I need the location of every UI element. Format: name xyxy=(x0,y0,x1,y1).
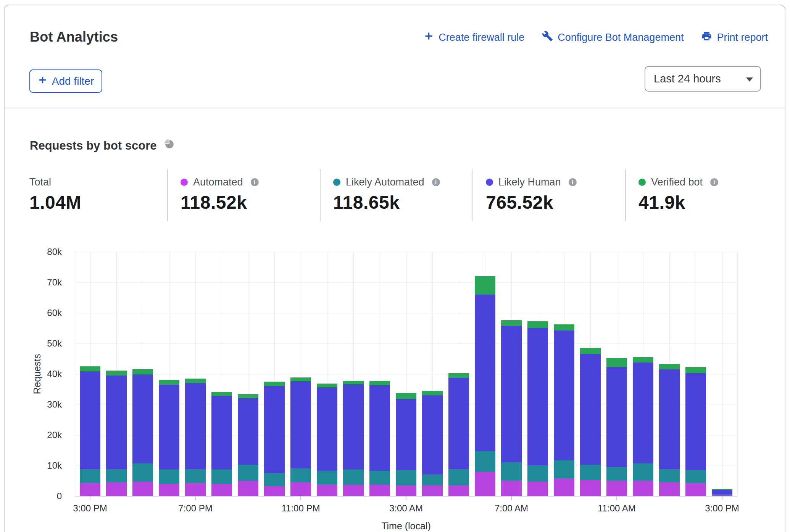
bar-segment-likely-human[interactable] xyxy=(685,373,706,470)
bar-segment-likely-human[interactable] xyxy=(422,395,443,474)
bar-segment-likely-automated[interactable] xyxy=(185,469,206,483)
bar-segment-verified-bot[interactable] xyxy=(475,276,495,295)
bar-segment-automated[interactable] xyxy=(290,482,311,496)
bar-segment-verified-bot[interactable] xyxy=(712,489,732,490)
time-range-select[interactable]: Last 24 hours xyxy=(645,66,761,92)
bar-segment-automated[interactable] xyxy=(211,484,232,496)
info-icon[interactable]: i xyxy=(432,178,440,186)
bar-segment-likely-automated[interactable] xyxy=(580,465,601,480)
bar-segment-likely-human[interactable] xyxy=(159,385,179,469)
bar-segment-likely-human[interactable] xyxy=(712,490,732,494)
bar-segment-likely-automated[interactable] xyxy=(501,462,522,480)
bar-segment-verified-bot[interactable] xyxy=(343,381,364,384)
bar-segment-verified-bot[interactable] xyxy=(132,369,153,374)
bar-segment-automated[interactable] xyxy=(633,480,653,496)
bar-segment-verified-bot[interactable] xyxy=(80,366,100,371)
bar-segment-likely-automated[interactable] xyxy=(211,469,232,484)
info-icon[interactable]: i xyxy=(569,178,577,186)
bar-segment-verified-bot[interactable] xyxy=(580,348,601,354)
add-filter-button[interactable]: Add filter xyxy=(29,69,102,93)
bar-segment-likely-automated[interactable] xyxy=(685,470,706,483)
bar-segment-likely-automated[interactable] xyxy=(80,469,100,483)
bar-segment-likely-human[interactable] xyxy=(501,326,522,462)
bar-segment-verified-bot[interactable] xyxy=(159,380,179,385)
bar-segment-automated[interactable] xyxy=(238,481,258,496)
bar-segment-likely-automated[interactable] xyxy=(290,468,311,482)
bar-segment-automated[interactable] xyxy=(369,485,390,496)
create-firewall-rule-link[interactable]: Create firewall rule xyxy=(424,31,524,44)
bar-segment-likely-human[interactable] xyxy=(606,367,627,467)
bar-segment-automated[interactable] xyxy=(501,480,522,496)
bar-segment-automated[interactable] xyxy=(343,485,364,496)
bar-segment-automated[interactable] xyxy=(685,483,706,496)
bar-segment-likely-automated[interactable] xyxy=(132,463,153,482)
bar-segment-automated[interactable] xyxy=(159,484,179,496)
bar-segment-verified-bot[interactable] xyxy=(264,382,285,386)
bar-segment-likely-human[interactable] xyxy=(106,376,127,469)
bar-segment-verified-bot[interactable] xyxy=(685,367,706,373)
bar-segment-likely-automated[interactable] xyxy=(712,494,732,495)
bar-segment-automated[interactable] xyxy=(580,480,601,496)
bar-segment-automated[interactable] xyxy=(659,482,680,496)
bar-segment-automated[interactable] xyxy=(527,482,548,496)
bar-segment-likely-human[interactable] xyxy=(633,363,653,463)
bar-segment-likely-human[interactable] xyxy=(659,369,680,469)
bar-segment-verified-bot[interactable] xyxy=(527,321,548,328)
bar-segment-automated[interactable] xyxy=(554,478,574,496)
bar-segment-automated[interactable] xyxy=(396,485,416,496)
bar-segment-likely-automated[interactable] xyxy=(317,471,337,484)
bar-segment-likely-human[interactable] xyxy=(317,387,337,471)
bar-segment-verified-bot[interactable] xyxy=(106,371,127,376)
bar-segment-verified-bot[interactable] xyxy=(369,381,390,385)
bar-segment-likely-human[interactable] xyxy=(211,396,232,469)
bar-segment-verified-bot[interactable] xyxy=(422,391,443,395)
bar-segment-likely-automated[interactable] xyxy=(606,467,627,480)
bar-segment-automated[interactable] xyxy=(106,482,127,496)
bar-segment-likely-human[interactable] xyxy=(238,398,258,465)
bar-segment-likely-automated[interactable] xyxy=(659,469,680,482)
bar-segment-likely-automated[interactable] xyxy=(554,460,574,478)
bar-segment-likely-automated[interactable] xyxy=(106,469,127,482)
bar-segment-likely-automated[interactable] xyxy=(159,469,179,484)
bar-segment-automated[interactable] xyxy=(606,480,627,496)
bar-segment-verified-bot[interactable] xyxy=(606,358,627,367)
bar-segment-automated[interactable] xyxy=(317,484,337,496)
bar-segment-likely-automated[interactable] xyxy=(633,463,653,480)
bar-segment-verified-bot[interactable] xyxy=(633,357,653,363)
bar-segment-likely-automated[interactable] xyxy=(475,451,495,472)
bar-segment-likely-human[interactable] xyxy=(132,374,153,463)
bar-segment-verified-bot[interactable] xyxy=(317,384,337,387)
bar-segment-verified-bot[interactable] xyxy=(211,392,232,396)
bar-segment-likely-human[interactable] xyxy=(527,328,548,465)
bar-segment-likely-automated[interactable] xyxy=(264,473,285,486)
bar-segment-verified-bot[interactable] xyxy=(396,393,416,399)
bar-segment-likely-automated[interactable] xyxy=(238,465,258,481)
bar-segment-verified-bot[interactable] xyxy=(554,324,574,330)
bar-segment-automated[interactable] xyxy=(475,472,495,496)
bar-segment-likely-automated[interactable] xyxy=(343,469,364,485)
bar-segment-likely-automated[interactable] xyxy=(369,471,390,485)
bar-segment-likely-human[interactable] xyxy=(369,385,390,471)
bar-segment-likely-human[interactable] xyxy=(343,384,364,469)
bar-segment-likely-human[interactable] xyxy=(475,295,495,451)
bar-segment-verified-bot[interactable] xyxy=(185,379,206,383)
bar-segment-automated[interactable] xyxy=(422,485,443,496)
bar-segment-automated[interactable] xyxy=(185,483,206,496)
bar-segment-automated[interactable] xyxy=(448,485,469,496)
bar-segment-likely-automated[interactable] xyxy=(527,465,548,481)
bar-segment-likely-human[interactable] xyxy=(396,399,416,470)
bar-segment-likely-automated[interactable] xyxy=(422,474,443,485)
bar-segment-likely-human[interactable] xyxy=(448,378,469,469)
bar-segment-likely-human[interactable] xyxy=(185,383,206,469)
print-report-link[interactable]: Print report xyxy=(701,31,768,44)
bar-segment-likely-human[interactable] xyxy=(80,371,100,469)
bar-segment-likely-human[interactable] xyxy=(264,386,285,473)
bar-segment-automated[interactable] xyxy=(80,483,100,496)
bar-segment-verified-bot[interactable] xyxy=(448,373,469,377)
bar-segment-automated[interactable] xyxy=(264,486,285,496)
info-icon[interactable]: i xyxy=(251,178,259,186)
bar-segment-verified-bot[interactable] xyxy=(238,394,258,398)
bar-segment-likely-human[interactable] xyxy=(554,330,574,460)
bar-segment-likely-human[interactable] xyxy=(290,381,311,468)
bar-segment-verified-bot[interactable] xyxy=(501,320,522,326)
